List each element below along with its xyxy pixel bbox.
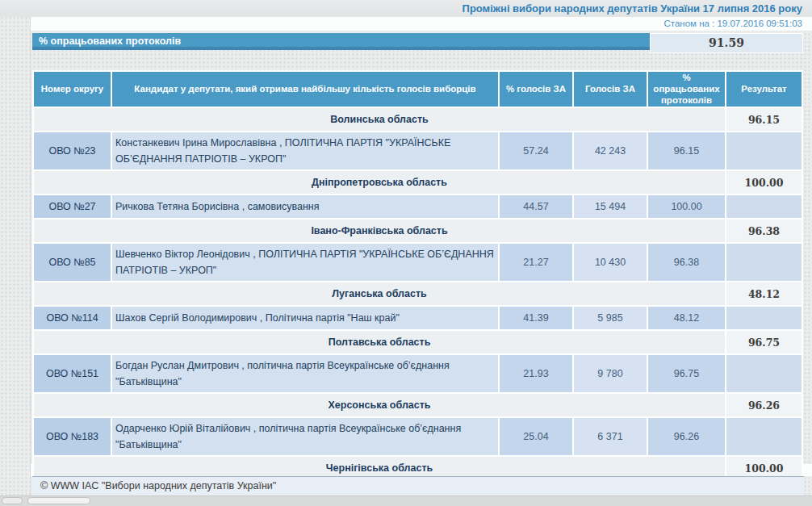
percent-votes-for: 21.93 — [500, 355, 572, 392]
protocols-progress-value: 91.59 — [650, 33, 803, 53]
result-cell — [726, 418, 802, 455]
votes-for: 42 243 — [574, 132, 647, 169]
district-number: ОВО №151 — [34, 355, 111, 392]
candidate-row: ОВО №151Богдан Руслан Дмитрович , політи… — [34, 355, 802, 392]
region-name: Полтавська область — [34, 331, 725, 353]
region-result: 96.38 — [726, 220, 802, 242]
percent-protocols: 96.38 — [648, 244, 725, 281]
status-strip: Станом на : 19.07.2016 09:51:03 — [31, 17, 812, 31]
candidate-name: Одарченко Юрій Віталійович , політична п… — [112, 418, 498, 455]
percent-votes-for: 44.57 — [500, 195, 572, 218]
region-row: Івано-Франківська область96.38 — [34, 220, 802, 242]
horizontal-scrollbar-thumb[interactable] — [27, 497, 90, 504]
votes-for: 15 494 — [574, 195, 647, 218]
percent-votes-for: 21.27 — [500, 244, 572, 281]
region-name: Волинська область — [34, 108, 725, 131]
region-row: Херсонська область96.26 — [34, 394, 802, 416]
candidate-name: Богдан Руслан Дмитрович , політична парт… — [112, 355, 498, 392]
candidate-name: Шахов Сергій Володимирович , Політична п… — [112, 307, 498, 329]
percent-protocols: 96.75 — [648, 355, 725, 392]
region-result: 96.75 — [726, 331, 802, 353]
result-cell — [726, 244, 802, 281]
result-cell — [726, 132, 802, 169]
candidate-name: Ричкова Тетяна Борисівна , самовисування — [112, 195, 498, 218]
district-number: ОВО №85 — [34, 244, 111, 281]
percent-votes-for: 25.04 — [500, 418, 572, 455]
region-result: 48.12 — [726, 282, 802, 305]
region-row: Полтавська область96.75 — [34, 331, 802, 353]
page-title: Проміжні вибори народних депутатів Украї… — [463, 0, 802, 17]
district-number: ОВО №23 — [34, 132, 111, 169]
district-number: ОВО №183 — [34, 418, 111, 455]
votes-for: 9 780 — [574, 355, 647, 392]
result-cell — [726, 307, 802, 329]
column-header: Результат — [726, 72, 802, 107]
result-cell — [726, 355, 802, 392]
region-name: Івано-Франківська область — [34, 220, 725, 242]
region-name: Дніпропетровська область — [34, 171, 725, 194]
results-table: Номер округуКандидат у депутати, який от… — [32, 70, 803, 505]
district-number: ОВО №114 — [34, 307, 111, 329]
percent-votes-for: 41.39 — [500, 307, 572, 329]
region-row: Дніпропетровська область100.00 — [34, 171, 802, 194]
region-row: Волинська область96.15 — [34, 108, 802, 131]
results-table-header: Номер округуКандидат у депутати, який от… — [34, 72, 802, 107]
candidate-row: ОВО №27Ричкова Тетяна Борисівна , самови… — [34, 195, 802, 218]
percent-protocols: 48.12 — [648, 307, 725, 329]
percent-protocols: 96.26 — [648, 418, 725, 455]
district-number: ОВО №27 — [34, 195, 111, 218]
region-row: Луганська область48.12 — [34, 282, 802, 305]
page-header: Проміжні вибори народних депутатів Украї… — [0, 0, 812, 17]
candidate-row: ОВО №114Шахов Сергій Володимирович , Пол… — [34, 307, 802, 329]
footer-copyright: © WWW IAC "Вибори народних депутатів Укр… — [40, 480, 276, 491]
column-header: Голосів ЗА — [574, 72, 647, 107]
percent-protocols: 100.00 — [648, 195, 725, 218]
region-result: 96.15 — [726, 108, 802, 131]
region-result: 96.26 — [726, 394, 802, 416]
candidate-name: Шевченко Віктор Леонідович , ПОЛІТИЧНА П… — [112, 244, 498, 281]
horizontal-scrollbar-track[interactable] — [0, 496, 812, 506]
column-header: Номер округу — [34, 72, 111, 107]
region-name: Луганська область — [34, 282, 725, 305]
votes-for: 5 985 — [574, 307, 647, 329]
percent-protocols: 96.15 — [648, 132, 725, 169]
candidate-name: Констанкевич Ірина Мирославівна , ПОЛІТИ… — [112, 132, 498, 169]
horizontal-scrollbar-button[interactable] — [2, 497, 23, 504]
candidate-row: ОВО №85Шевченко Віктор Леонідович , ПОЛІ… — [34, 244, 802, 281]
results-table-wrap: Номер округуКандидат у депутати, який от… — [32, 70, 803, 505]
candidate-row: ОВО №183Одарченко Юрій Віталійович , пол… — [34, 418, 802, 455]
footer: © WWW IAC "Вибори народних депутатів Укр… — [32, 476, 804, 496]
protocols-progress-label: % опрацьованих протоколів — [32, 33, 650, 50]
content-left-divider — [30, 0, 31, 506]
column-header: Кандидат у депутати, який отримав найбіл… — [112, 72, 498, 107]
column-header: % голосів ЗА — [500, 72, 572, 107]
votes-for: 6 371 — [574, 418, 647, 455]
candidate-row: ОВО №23Констанкевич Ірина Мирославівна ,… — [34, 132, 802, 169]
votes-for: 10 430 — [574, 244, 647, 281]
column-header: % опрацьованих протоколів — [648, 72, 725, 107]
result-cell — [726, 195, 802, 218]
status-timestamp: Станом на : 19.07.2016 09:51:03 — [663, 17, 802, 31]
region-name: Херсонська область — [34, 394, 725, 416]
percent-votes-for: 57.24 — [500, 132, 572, 169]
region-result: 100.00 — [726, 171, 802, 194]
